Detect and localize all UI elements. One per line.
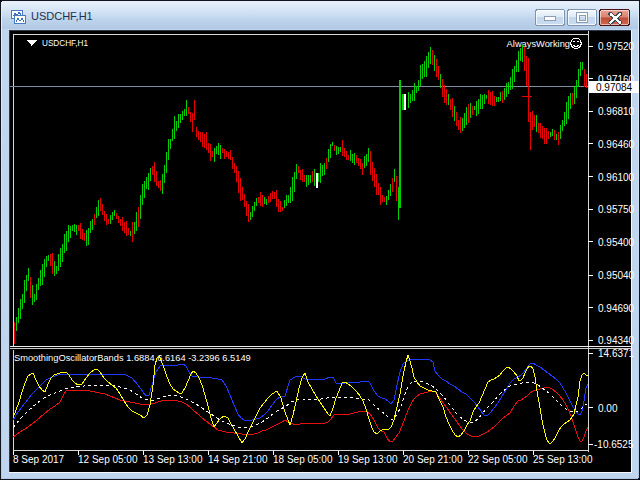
svg-text:14 Sep 21:00: 14 Sep 21:00 <box>208 454 268 465</box>
svg-text:USDCHF,H1: USDCHF,H1 <box>42 39 88 48</box>
svg-text:SmoothingOscillatorBands 1.688: SmoothingOscillatorBands 1.6884 6.6164 -… <box>14 353 251 363</box>
svg-text:0.97520: 0.97520 <box>598 41 635 52</box>
svg-text:12 Sep 05:00: 12 Sep 05:00 <box>78 454 138 465</box>
svg-text:-10.6525: -10.6525 <box>594 439 634 450</box>
svg-text:USDCHF,H1: USDCHF,H1 <box>31 10 93 22</box>
svg-text:0.96460: 0.96460 <box>598 139 635 150</box>
svg-text:0.96810: 0.96810 <box>598 106 635 117</box>
svg-text:0.94690: 0.94690 <box>598 303 635 314</box>
svg-text:0.96100: 0.96100 <box>598 172 635 183</box>
svg-text:8 Sep 2017: 8 Sep 2017 <box>13 454 65 465</box>
svg-text:13 Sep 13:00: 13 Sep 13:00 <box>143 454 203 465</box>
svg-text:22 Sep 05:00: 22 Sep 05:00 <box>468 454 528 465</box>
svg-text:18 Sep 05:00: 18 Sep 05:00 <box>273 454 333 465</box>
svg-text:0.97084: 0.97084 <box>596 82 633 93</box>
svg-text:0.00: 0.00 <box>598 403 618 414</box>
svg-text:19 Sep 13:00: 19 Sep 13:00 <box>338 454 398 465</box>
svg-text:AlwaysWorking: AlwaysWorking <box>507 39 570 49</box>
svg-text:0.94340: 0.94340 <box>598 335 635 346</box>
svg-text:0.95750: 0.95750 <box>598 204 635 215</box>
svg-text:20 Sep 21:00: 20 Sep 21:00 <box>403 454 463 465</box>
svg-text:0.95040: 0.95040 <box>598 270 635 281</box>
svg-text:14.6371: 14.6371 <box>598 348 635 359</box>
svg-text:25 Sep 13:00: 25 Sep 13:00 <box>533 454 593 465</box>
svg-text:0.95400: 0.95400 <box>598 237 635 248</box>
